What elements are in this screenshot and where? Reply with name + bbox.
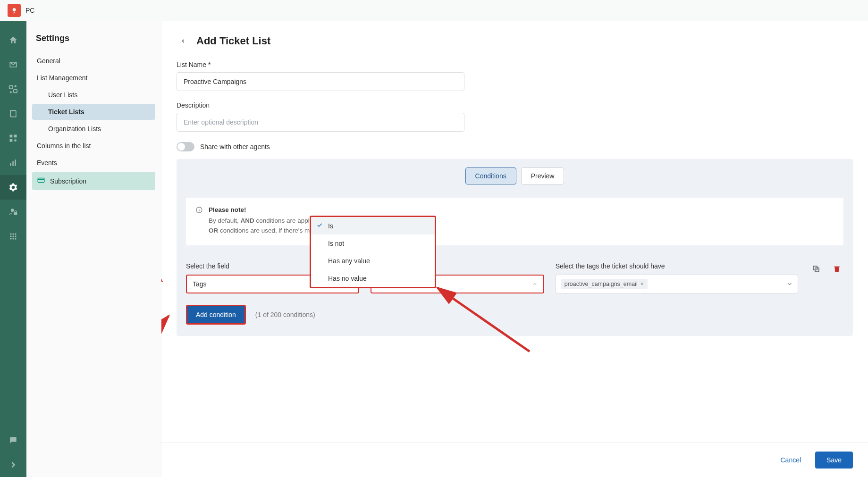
- share-toggle[interactable]: [177, 142, 194, 151]
- sidebar-item-organization-lists[interactable]: Organization Lists: [32, 121, 155, 137]
- sidebar-item-user-lists[interactable]: User Lists: [32, 87, 155, 103]
- dropdown-option-is[interactable]: Is: [311, 217, 435, 234]
- delete-condition-button[interactable]: [830, 262, 843, 276]
- rail-expand-icon[interactable]: [0, 452, 26, 477]
- check-icon: [316, 222, 323, 230]
- app-logo: [8, 4, 21, 17]
- sidebar-item-columns[interactable]: Columns in the list: [32, 138, 155, 154]
- page-title: Add Ticket List: [196, 35, 270, 47]
- sidebar-item-label: Subscription: [50, 177, 86, 185]
- app-name: PC: [25, 7, 34, 14]
- rail-grid-add-icon[interactable]: [0, 126, 26, 151]
- sidebar-item-list-management[interactable]: List Management: [32, 70, 155, 86]
- rail-chat-icon[interactable]: [0, 428, 26, 452]
- note-title: Please note!: [209, 205, 342, 215]
- svg-rect-2: [14, 90, 17, 92]
- svg-rect-6: [10, 163, 11, 166]
- svg-point-19: [15, 238, 16, 239]
- credit-card-icon: [37, 176, 45, 186]
- chevron-up-icon: [532, 281, 538, 287]
- rail-user-lock-icon[interactable]: [0, 200, 26, 224]
- sidebar-item-general[interactable]: General: [32, 53, 155, 69]
- svg-point-0: [13, 8, 16, 11]
- chevron-down-icon: [786, 281, 793, 287]
- svg-rect-1: [9, 86, 13, 89]
- description-input[interactable]: [177, 113, 464, 132]
- svg-point-12: [12, 233, 14, 234]
- tags-select-label: Select the tags the ticket should have: [556, 262, 798, 270]
- svg-rect-20: [38, 178, 44, 183]
- back-button[interactable]: [177, 34, 190, 48]
- svg-point-18: [12, 238, 14, 239]
- tag-remove-icon[interactable]: ×: [640, 281, 644, 287]
- rail-mail-icon[interactable]: [0, 52, 26, 77]
- page-footer: Cancel Save: [161, 443, 868, 477]
- svg-rect-8: [15, 159, 16, 166]
- rail-settings-icon[interactable]: [0, 175, 26, 200]
- svg-point-13: [15, 233, 16, 234]
- cancel-button[interactable]: Cancel: [773, 452, 809, 469]
- svg-point-11: [10, 233, 11, 234]
- svg-point-14: [10, 235, 11, 237]
- dropdown-option-has-any[interactable]: Has any value: [311, 252, 435, 269]
- svg-point-15: [12, 235, 14, 237]
- sidebar-title: Settings: [32, 33, 155, 43]
- conditions-count: (1 of 200 conditions): [255, 311, 315, 318]
- save-button[interactable]: Save: [815, 452, 853, 469]
- tag-chip: proactive_campaigns_email ×: [561, 279, 648, 289]
- rail-sync-icon[interactable]: [0, 77, 26, 101]
- svg-rect-3: [10, 135, 13, 138]
- svg-rect-5: [10, 139, 13, 142]
- svg-rect-7: [12, 161, 14, 166]
- sidebar-item-subscription[interactable]: Subscription: [32, 172, 155, 190]
- rail-analytics-icon[interactable]: [0, 151, 26, 175]
- tab-conditions[interactable]: Conditions: [465, 167, 516, 184]
- rail-book-icon[interactable]: [0, 101, 26, 126]
- description-label: Description: [177, 101, 464, 109]
- conditions-panel: Conditions Preview Please note! By defau…: [177, 159, 853, 336]
- svg-rect-4: [14, 135, 17, 138]
- sidebar: Settings General List Management User Li…: [26, 21, 161, 477]
- rail-nav: [0, 21, 26, 477]
- share-toggle-label: Share with other agents: [200, 143, 270, 151]
- tags-select[interactable]: proactive_campaigns_email ×: [556, 275, 798, 293]
- topbar: PC: [0, 0, 868, 21]
- sidebar-item-ticket-lists[interactable]: Ticket Lists: [32, 104, 155, 120]
- add-condition-button[interactable]: Add condition: [186, 305, 246, 325]
- main-content: Add Ticket List List Name * Description …: [161, 21, 868, 477]
- sidebar-item-events[interactable]: Events: [32, 155, 155, 171]
- dropdown-option-is-not[interactable]: Is not: [311, 234, 435, 252]
- info-icon: [195, 206, 203, 236]
- list-name-input[interactable]: [177, 72, 464, 91]
- copy-condition-button[interactable]: [809, 262, 823, 276]
- svg-rect-10: [14, 212, 17, 215]
- svg-point-16: [15, 235, 16, 237]
- svg-point-9: [11, 209, 14, 212]
- tab-preview[interactable]: Preview: [521, 167, 565, 184]
- operator-dropdown: Is Is not Has any value Has no value: [310, 216, 436, 288]
- rail-home-icon[interactable]: [0, 28, 26, 52]
- dropdown-option-has-no[interactable]: Has no value: [311, 269, 435, 287]
- svg-point-17: [10, 238, 11, 239]
- note-box: Please note! By default, AND conditions …: [186, 198, 843, 245]
- rail-apps-icon[interactable]: [0, 224, 26, 249]
- list-name-label: List Name *: [177, 61, 464, 68]
